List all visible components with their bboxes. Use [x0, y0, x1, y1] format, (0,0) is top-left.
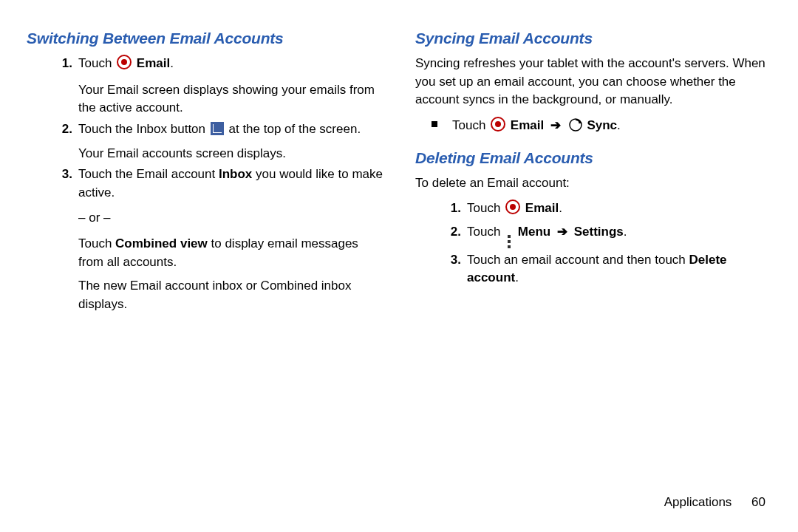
menu-label: Menu: [518, 225, 550, 239]
step-body: Touch an email account and then touch De…: [467, 251, 771, 287]
page-footer: Applications 60: [664, 495, 765, 510]
period: .: [559, 201, 562, 215]
text: Touch an email account and then touch: [467, 253, 689, 267]
inbox-bold: Inbox: [219, 167, 252, 181]
alt-combined: Touch Combined view to display email mes…: [78, 235, 383, 271]
svg-point-3: [495, 121, 501, 127]
heading-switching: Switching Between Email Accounts: [27, 30, 383, 47]
square-bullet-icon: [432, 121, 437, 127]
del-step-2: 2. Touch Menu ➔ Settings.: [415, 223, 771, 248]
step-num: 2.: [415, 223, 467, 248]
step-1: 1. Touch Email. Your Email screen displa…: [27, 55, 383, 117]
combined-bold: Combined view: [115, 236, 208, 250]
step-body: Touch Email. Your Email screen displays …: [78, 55, 383, 117]
sync-bullet: Touch Email ➔ Sync.: [432, 117, 771, 137]
text: Touch the Email account: [78, 167, 219, 181]
right-column: Syncing Email Accounts Syncing refreshes…: [399, 30, 771, 473]
step-body: Touch Menu ➔ Settings.: [467, 223, 771, 248]
page-number: 60: [751, 495, 765, 510]
svg-point-1: [121, 59, 127, 65]
inbox-icon: [211, 122, 224, 135]
step-num: 3.: [27, 166, 78, 313]
step2-sub: Your Email accounts screen displays.: [78, 145, 383, 163]
switching-steps: 1. Touch Email. Your Email screen displa…: [27, 55, 383, 314]
step-body: Touch the Email account Inbox you would …: [78, 166, 383, 313]
text: Touch: [78, 56, 115, 70]
step3-result: The new Email account inbox or Combined …: [78, 277, 383, 313]
text: Touch: [78, 236, 115, 250]
email-label: Email: [525, 201, 559, 215]
step-2: 2. Touch the Inbox button at the top of …: [27, 120, 383, 163]
text: Touch: [452, 118, 489, 132]
settings-label: Settings: [574, 225, 624, 239]
step-num: 3.: [415, 251, 467, 287]
menu-icon: [505, 235, 513, 248]
bullet-body: Touch Email ➔ Sync.: [452, 117, 621, 137]
email-icon: [117, 55, 132, 75]
text: Touch the Inbox button: [78, 122, 209, 136]
email-icon: [491, 117, 505, 137]
delete-steps: 1. Touch Email. 2. Touch Menu: [415, 200, 771, 287]
email-icon: [505, 200, 520, 220]
period: .: [515, 270, 519, 284]
step-body: Touch Email.: [467, 200, 771, 220]
email-label: Email: [137, 56, 170, 70]
del-step-1: 1. Touch Email.: [415, 200, 771, 220]
delete-intro: To delete an Email account:: [415, 174, 771, 193]
arrow-icon: ➔: [550, 118, 561, 132]
email-label: Email: [511, 118, 544, 132]
left-column: Switching Between Email Accounts 1. Touc…: [27, 30, 399, 473]
sync-icon: [569, 118, 582, 137]
del-step-3: 3. Touch an email account and then touch…: [415, 251, 771, 287]
svg-point-7: [510, 204, 516, 210]
arrow-icon: ➔: [557, 225, 567, 239]
or-text: – or –: [78, 209, 383, 228]
text: at the top of the screen.: [228, 122, 361, 136]
period: .: [624, 225, 627, 239]
sync-label: Sync: [587, 118, 617, 132]
text: Touch: [467, 225, 504, 239]
sync-paragraph: Syncing refreshes your tablet with the a…: [415, 55, 771, 109]
heading-deleting: Deleting Email Accounts: [415, 149, 771, 167]
step-num: 1.: [415, 200, 467, 220]
step-num: 1.: [27, 55, 78, 117]
step1-sub: Your Email screen displays showing your …: [78, 81, 383, 117]
step-3: 3. Touch the Email account Inbox you wou…: [27, 166, 383, 313]
step-num: 2.: [27, 120, 78, 163]
footer-section: Applications: [664, 495, 732, 509]
step-body: Touch the Inbox button at the top of the…: [78, 120, 383, 163]
period: .: [617, 118, 621, 132]
page-body: Switching Between Email Accounts 1. Touc…: [0, 0, 798, 473]
period: .: [170, 56, 174, 70]
heading-syncing: Syncing Email Accounts: [415, 30, 771, 47]
text: Touch: [467, 201, 504, 215]
